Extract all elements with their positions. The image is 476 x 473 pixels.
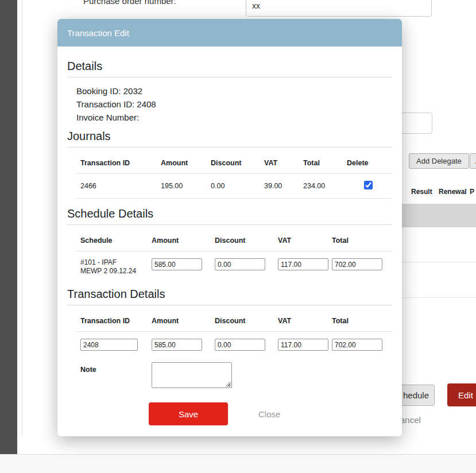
journal-transaction-id: 2466 bbox=[76, 174, 157, 199]
journals-col-discount: Discount bbox=[207, 148, 260, 174]
transaction-col-amount: Amount bbox=[148, 305, 211, 332]
journals-heading: Journals bbox=[67, 130, 392, 143]
note-textarea[interactable] bbox=[152, 362, 232, 388]
schedule-discount-input[interactable] bbox=[215, 258, 265, 270]
schedule-label: #101 - IPAF MEWP 2 09.12.24 bbox=[80, 258, 139, 276]
cancel-button-partial[interactable]: ancel bbox=[400, 415, 421, 425]
transaction-total-input[interactable] bbox=[332, 339, 382, 351]
transaction-col-total: Total bbox=[328, 305, 392, 332]
transaction-discount-input[interactable] bbox=[215, 339, 265, 351]
journal-vat: 39.00 bbox=[260, 174, 299, 199]
schedule-details-table: Schedule Amount Discount VAT Total #101 … bbox=[76, 225, 392, 279]
journals-table: Transaction ID Amount Discount VAT Total… bbox=[76, 148, 392, 199]
column-header-result: Result bbox=[411, 188, 432, 196]
edit-button[interactable]: Edit bbox=[447, 383, 476, 406]
journals-col-vat: VAT bbox=[260, 148, 299, 174]
close-button[interactable]: Close bbox=[258, 409, 280, 419]
schedule-col-amount: Amount bbox=[148, 225, 211, 251]
schedule-total-input[interactable] bbox=[332, 258, 382, 270]
schedule-col-vat: VAT bbox=[274, 225, 328, 251]
transaction-id-text: Transaction ID: 2408 bbox=[76, 98, 392, 111]
journals-col-amount: Amount bbox=[157, 148, 207, 174]
partial-button[interactable]: A bbox=[470, 153, 476, 169]
row-divider bbox=[396, 262, 476, 262]
panel-border bbox=[22, 0, 22, 435]
save-button[interactable]: Save bbox=[149, 402, 228, 425]
schedule-col-schedule: Schedule bbox=[76, 225, 148, 251]
transaction-vat-input[interactable] bbox=[278, 339, 328, 351]
purchase-order-label: Purchase order number: bbox=[83, 0, 176, 6]
transaction-details-heading: Transaction Details bbox=[67, 288, 392, 301]
schedule-col-total: Total bbox=[328, 225, 392, 251]
modal-actions: Save Close bbox=[149, 402, 280, 425]
purchase-order-input[interactable] bbox=[246, 0, 432, 17]
details-block: Booking ID: 2032 Transaction ID: 2408 In… bbox=[67, 77, 392, 125]
transaction-row bbox=[76, 332, 392, 355]
note-row: Note bbox=[76, 354, 392, 393]
journals-col-delete: Delete bbox=[343, 148, 392, 174]
transaction-col-transaction-id: Transaction ID bbox=[76, 305, 148, 332]
booking-id-text: Booking ID: 2032 bbox=[76, 84, 392, 98]
column-header-renewal: Renewal bbox=[439, 188, 467, 196]
note-label: Note bbox=[76, 354, 148, 393]
delete-checkbox[interactable] bbox=[364, 181, 373, 189]
invoice-number-text: Invoice Number: bbox=[76, 111, 392, 124]
transaction-id-input[interactable] bbox=[80, 339, 138, 351]
schedule-col-discount: Discount bbox=[211, 225, 274, 251]
add-delegate-button[interactable]: Add Delegate bbox=[409, 153, 469, 169]
journal-total: 234.00 bbox=[299, 174, 343, 199]
modal-body: Details Booking ID: 2032 Transaction ID:… bbox=[57, 46, 402, 393]
schedule-details-heading: Schedule Details bbox=[67, 207, 392, 220]
details-heading: Details bbox=[67, 60, 392, 73]
column-header-partial: P bbox=[470, 188, 474, 196]
journals-col-total: Total bbox=[299, 148, 343, 174]
schedule-amount-input[interactable] bbox=[152, 258, 202, 270]
modal-title: Transaction Edit bbox=[67, 28, 129, 38]
journal-row: 2466 195.00 0.00 39.00 234.00 bbox=[76, 174, 392, 199]
transaction-details-table: Transaction ID Amount Discount VAT Total bbox=[76, 305, 392, 393]
modal-header: Transaction Edit bbox=[57, 19, 402, 46]
screen: Purchase order number: Add Delegate A Re… bbox=[0, 0, 476, 473]
schedule-vat-input[interactable] bbox=[278, 258, 328, 270]
footer-bar bbox=[0, 454, 476, 473]
transaction-col-discount: Discount bbox=[211, 305, 274, 332]
transaction-col-vat: VAT bbox=[274, 305, 328, 332]
journals-col-transaction-id: Transaction ID bbox=[76, 148, 157, 174]
row-divider bbox=[396, 297, 476, 298]
journal-discount: 0.00 bbox=[207, 174, 260, 199]
schedule-row: #101 - IPAF MEWP 2 09.12.24 bbox=[76, 251, 392, 280]
transaction-amount-input[interactable] bbox=[152, 339, 202, 351]
left-sidebar bbox=[0, 0, 17, 454]
transaction-edit-modal: Transaction Edit Details Booking ID: 203… bbox=[57, 19, 402, 436]
journal-amount: 195.00 bbox=[157, 174, 207, 199]
